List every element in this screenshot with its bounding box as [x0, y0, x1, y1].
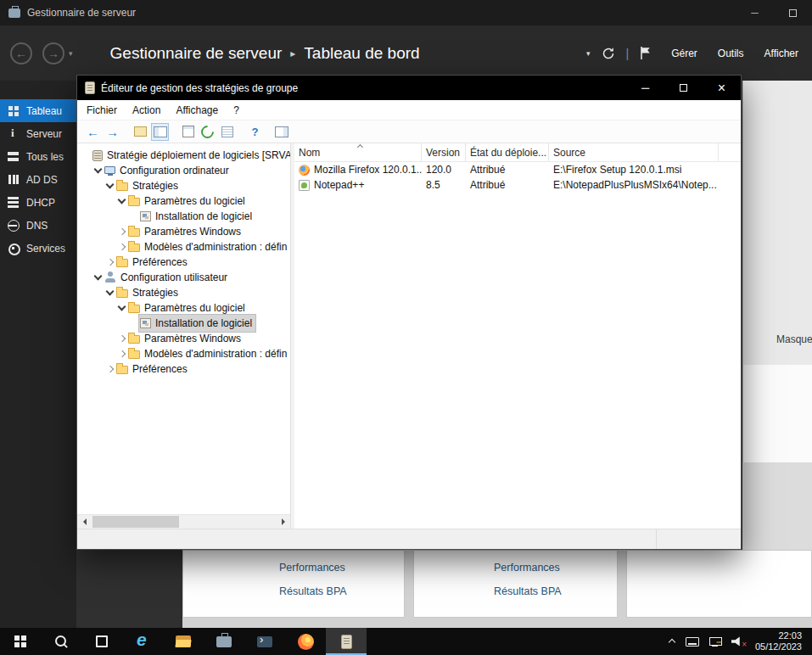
tree-item-strategie-deploiement-de-logiciels-srvad[interactable]: Stratégie déploiement de logiciels [SRVA… — [77, 148, 290, 163]
tree-node: Paramètres Windows — [127, 223, 244, 240]
hide-link[interactable]: Masque... — [776, 333, 812, 345]
tree-horizontal-scrollbar[interactable] — [77, 514, 290, 529]
expander-closed-icon[interactable] — [104, 367, 115, 372]
tree-item-parametres-windows[interactable]: Paramètres Windows — [77, 331, 290, 346]
back-button[interactable]: ← — [10, 42, 32, 64]
touch-keyboard-icon[interactable] — [686, 637, 699, 647]
tree-item-parametres-du-logiciel[interactable]: Paramètres du logiciel — [77, 193, 290, 209]
expander-open-icon[interactable] — [92, 276, 104, 279]
maximize-button[interactable] — [774, 0, 812, 25]
scrollbar-thumb[interactable] — [92, 516, 179, 528]
nav-history-chevron-icon[interactable]: ▾ — [69, 49, 73, 58]
expander-open-icon[interactable] — [92, 169, 104, 172]
internet-explorer-icon — [134, 632, 151, 651]
sidebar-item-dns[interactable]: DNS — [0, 214, 76, 237]
gpo-close-button[interactable]: × — [703, 76, 741, 100]
tile-link-performances[interactable]: Performances — [494, 556, 617, 579]
gpo-minimize-button[interactable]: ─ — [626, 76, 664, 100]
properties-icon[interactable] — [179, 123, 197, 141]
refresh-icon[interactable] — [602, 47, 615, 60]
menu-help[interactable]: ? — [226, 104, 247, 116]
notifications-flag-icon[interactable] — [640, 46, 652, 60]
tree-item-strategies[interactable]: Stratégies — [77, 285, 290, 300]
menu-fichier[interactable]: Fichier — [79, 104, 125, 116]
expander-closed-icon[interactable] — [116, 351, 127, 356]
expander-closed-icon[interactable] — [116, 244, 127, 249]
volume-muted-icon[interactable]: × — [731, 636, 742, 647]
taskbar-windows-start-button[interactable] — [0, 628, 41, 655]
tray-chevron-up-icon[interactable] — [669, 638, 675, 645]
tree-item-modeles-d-administration-defin[interactable]: Modèles d'administration : défin — [77, 239, 290, 255]
table-row[interactable]: Notepad++8.5AttribuéE:\NotepadPlusPlusMS… — [294, 177, 741, 193]
clock[interactable]: 22:03 05/12/2023 — [753, 630, 805, 652]
tile-link-resultats-bpa[interactable]: Résultats BPA — [494, 579, 617, 603]
tree-item-configuration-ordinateur[interactable]: Configuration ordinateur — [77, 163, 290, 178]
breadcrumb-current[interactable]: Tableau de bord — [304, 44, 419, 63]
tree-node: Paramètres Windows — [127, 330, 244, 347]
column-header-version[interactable]: Version — [422, 143, 466, 161]
tree-item-preferences[interactable]: Préférences — [77, 255, 290, 270]
folder-icon — [128, 198, 140, 206]
column-header-nom[interactable]: Nom — [294, 143, 422, 161]
taskbar-powershell-button[interactable] — [244, 628, 285, 655]
menu-afficher[interactable]: Afficher — [764, 48, 798, 59]
tile-link-resultats-bpa[interactable]: Résultats BPA — [279, 579, 404, 603]
sidebar-item-dhcp[interactable]: DHCP — [0, 191, 76, 214]
expander-open-icon[interactable] — [116, 199, 127, 203]
up-icon[interactable] — [132, 123, 149, 141]
expander-closed-icon[interactable] — [104, 260, 115, 265]
breadcrumb-root[interactable]: Gestionnaire de serveur — [110, 44, 283, 63]
taskbar-firefox-button[interactable] — [285, 628, 326, 655]
refresh-icon[interactable] — [199, 123, 216, 141]
action-pane-icon[interactable] — [272, 123, 290, 141]
tree-item-installation-de-logiciel[interactable]: Installation de logiciel — [77, 209, 290, 224]
tree-item-configuration-utilisateur[interactable]: Configuration utilisateur — [77, 270, 290, 285]
tree-item-installation-de-logiciel[interactable]: Installation de logiciel — [77, 316, 290, 331]
show-tree-icon[interactable] — [151, 123, 169, 141]
expander-open-icon[interactable] — [116, 306, 127, 310]
taskbar-search-button[interactable] — [41, 628, 81, 655]
back-icon[interactable] — [84, 123, 102, 141]
tree-item-strategies[interactable]: Stratégies — [77, 178, 290, 193]
sidebar-item-serveur[interactable]: Serveur — [0, 122, 76, 145]
folder-icon — [116, 289, 128, 298]
help-icon[interactable] — [246, 123, 264, 141]
expander-closed-icon[interactable] — [116, 229, 127, 234]
taskbar-task-view-button[interactable] — [81, 628, 122, 655]
forward-icon[interactable] — [104, 123, 121, 141]
forward-button[interactable]: → — [42, 42, 64, 64]
menu-affichage[interactable]: Affichage — [168, 104, 226, 116]
firefox-icon — [299, 165, 310, 176]
expander-open-icon[interactable] — [104, 291, 115, 294]
scroll-right-arrow-icon[interactable] — [276, 515, 290, 529]
tile-link-performances[interactable]: Performances — [279, 556, 404, 579]
taskbar-server-manager-button[interactable] — [204, 628, 244, 655]
tree-item-parametres-du-logiciel[interactable]: Paramètres du logiciel — [77, 300, 290, 316]
taskbar-internet-explorer-button[interactable] — [122, 628, 163, 655]
expander-closed-icon[interactable] — [116, 336, 127, 341]
network-icon[interactable] — [709, 637, 721, 647]
sidebar-item-label: Tableau — [26, 105, 62, 117]
tree-item-preferences[interactable]: Préférences — [77, 361, 290, 377]
tree-item-modeles-d-administration-defin[interactable]: Modèles d'administration : défin — [77, 346, 290, 361]
menu-gerer[interactable]: Gérer — [671, 48, 697, 59]
sidebar-item-ad-ds[interactable]: AD DS — [0, 168, 76, 191]
column-header-source[interactable]: Source — [549, 143, 719, 161]
expander-open-icon[interactable] — [104, 184, 115, 188]
menu-outils[interactable]: Outils — [718, 48, 744, 59]
export-list-icon[interactable] — [218, 123, 236, 141]
taskbar-gpmc-button[interactable] — [326, 628, 367, 655]
scroll-left-arrow-icon[interactable] — [77, 515, 92, 529]
column-header-etat-du-deploie[interactable]: État du déploie... — [466, 143, 549, 161]
tree-item-parametres-windows[interactable]: Paramètres Windows — [77, 224, 290, 239]
minimize-button[interactable]: ─ — [736, 0, 774, 25]
sidebar-item-services[interactable]: Services — [0, 237, 76, 260]
menu-action[interactable]: Action — [125, 104, 168, 116]
sidebar-item-tous-les[interactable]: Tous les — [0, 145, 76, 168]
sidebar-item-tableau[interactable]: Tableau — [0, 99, 76, 122]
gpo-titlebar[interactable]: Éditeur de gestion des stratégies de gro… — [77, 76, 741, 100]
table-row[interactable]: Mozilla Firefox 120.0.1...120.0AttribuéE… — [294, 162, 741, 177]
dropdown-chevron-icon[interactable]: ▾ — [586, 49, 591, 58]
gpo-maximize-button[interactable] — [664, 76, 703, 100]
taskbar-file-explorer-button[interactable] — [163, 628, 204, 655]
